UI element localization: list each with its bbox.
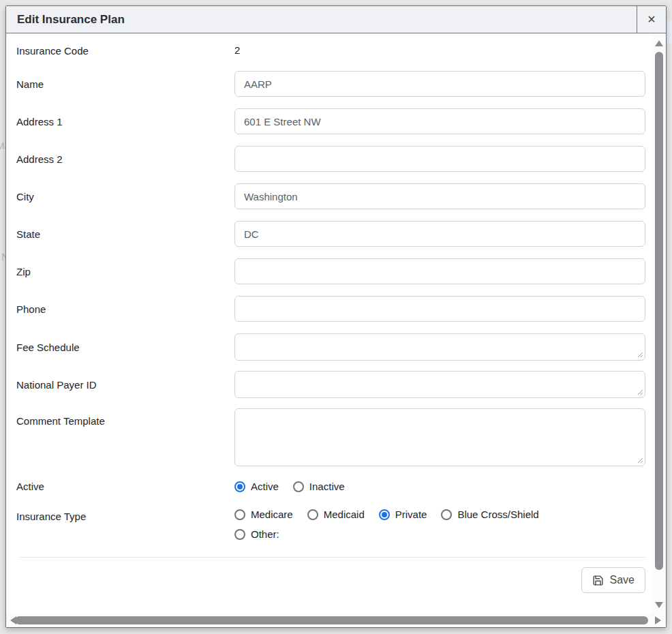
- state-label: State: [16, 228, 234, 240]
- comment-template-field[interactable]: [234, 408, 645, 466]
- radio-button-icon: [234, 509, 245, 520]
- name-row: Name: [16, 71, 645, 97]
- fee-schedule-row: Fee Schedule: [16, 333, 645, 361]
- national-payer-id-row: National Payer ID: [16, 371, 645, 398]
- radio-inactive[interactable]: Inactive: [293, 481, 345, 492]
- radio-button-icon: [234, 481, 245, 492]
- national-payer-id-label: National Payer ID: [16, 379, 234, 391]
- radio-label: Medicaid: [324, 509, 365, 520]
- name-label: Name: [16, 78, 234, 90]
- address2-label: Address 2: [16, 153, 234, 165]
- address1-label: Address 1: [16, 116, 234, 127]
- radio-label: Blue Cross/Shield: [457, 509, 538, 520]
- national-payer-id-field[interactable]: [234, 371, 645, 398]
- radio-label: Active: [251, 481, 279, 492]
- insurance-type-row: Insurance Type Medicare Medicaid: [16, 509, 645, 540]
- city-label: City: [16, 191, 234, 202]
- city-row: City: [16, 183, 645, 209]
- dialog-header: Edit Insurance Plan ✕: [6, 6, 666, 33]
- dialog-footer: Save: [16, 558, 645, 593]
- dialog-title: Edit Insurance Plan: [6, 13, 125, 27]
- radio-other[interactable]: Other:: [234, 528, 279, 540]
- radio-private[interactable]: Private: [379, 509, 427, 520]
- fee-schedule-label: Fee Schedule: [16, 342, 234, 353]
- name-field[interactable]: [234, 71, 645, 97]
- radio-active[interactable]: Active: [234, 481, 279, 492]
- comment-template-label: Comment Template: [16, 408, 234, 427]
- zip-field[interactable]: [234, 258, 645, 284]
- scroll-right-arrow-icon[interactable]: [655, 616, 661, 624]
- vertical-scrollbar-thumb[interactable]: [655, 52, 663, 570]
- radio-label: Inactive: [309, 481, 345, 492]
- scroll-up-arrow-icon[interactable]: [655, 40, 663, 46]
- horizontal-scrollbar[interactable]: [6, 614, 666, 627]
- city-field[interactable]: [234, 183, 645, 209]
- radio-button-icon: [234, 529, 245, 540]
- address1-row: Address 1: [16, 108, 645, 134]
- save-button-label: Save: [610, 574, 635, 586]
- radio-button-icon: [307, 509, 318, 520]
- radio-medicaid[interactable]: Medicaid: [307, 509, 365, 520]
- phone-label: Phone: [16, 303, 234, 315]
- insurance-code-label: Insurance Code: [16, 45, 234, 57]
- radio-button-icon: [379, 509, 390, 520]
- vertical-scrollbar[interactable]: [652, 33, 666, 614]
- comment-template-row: Comment Template: [16, 408, 645, 466]
- save-button[interactable]: Save: [581, 567, 645, 593]
- phone-field[interactable]: [234, 296, 645, 322]
- edit-insurance-plan-dialog: Edit Insurance Plan ✕ Insurance Code 2 N…: [5, 5, 667, 628]
- form-content: Insurance Code 2 Name Address 1 Address …: [6, 33, 651, 612]
- phone-row: Phone: [16, 296, 645, 322]
- state-field[interactable]: [234, 221, 645, 247]
- background-page-fragment: [667, 20, 672, 44]
- zip-row: Zip: [16, 258, 645, 284]
- active-label: Active: [16, 481, 234, 492]
- address2-row: Address 2: [16, 146, 645, 172]
- radio-blue-cross-shield[interactable]: Blue Cross/Shield: [441, 509, 538, 520]
- insurance-type-label: Insurance Type: [16, 509, 234, 522]
- insurance-code-value: 2: [234, 44, 240, 56]
- radio-button-icon: [441, 509, 452, 520]
- fee-schedule-field[interactable]: [234, 333, 645, 361]
- close-button[interactable]: ✕: [637, 6, 666, 33]
- close-icon: ✕: [647, 13, 656, 26]
- radio-label: Medicare: [251, 509, 293, 520]
- address2-field[interactable]: [234, 146, 645, 172]
- radio-medicare[interactable]: Medicare: [234, 509, 293, 520]
- horizontal-scrollbar-thumb[interactable]: [15, 616, 648, 624]
- radio-label: Private: [395, 509, 427, 520]
- address1-field[interactable]: [234, 108, 645, 134]
- save-icon: [592, 575, 604, 586]
- dialog-body: Insurance Code 2 Name Address 1 Address …: [6, 33, 666, 627]
- radio-button-icon: [293, 481, 304, 492]
- zip-label: Zip: [16, 266, 234, 277]
- scroll-down-arrow-icon[interactable]: [655, 602, 663, 608]
- radio-label: Other:: [251, 528, 279, 540]
- state-row: State: [16, 221, 645, 247]
- insurance-code-row: Insurance Code 2: [16, 44, 645, 57]
- active-row: Active Active Inactive: [16, 481, 645, 492]
